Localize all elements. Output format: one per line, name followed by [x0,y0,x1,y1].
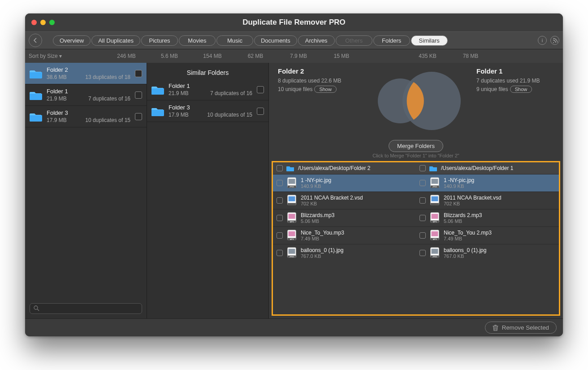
file-size: 767.0 KB [444,253,486,259]
footer: Remove Selected [25,318,563,336]
file-name: balloons_0 (1).jpg [301,247,343,253]
file-checkbox[interactable] [419,215,426,221]
file-size: 767.0 KB [301,253,343,259]
folder-name: Folder 3 [47,109,130,116]
minimize-window-icon[interactable] [40,20,46,25]
show-left-unique-button[interactable]: Show [314,86,337,93]
file-row[interactable]: 2011 NCAA Bracket 2.vsd702 KB2011 NCAA B… [273,192,559,209]
file-row[interactable]: MP3Nice_To_You.mp37.49 MBMP3Nice_To_You … [273,226,559,244]
tab-size-similars: 78 MB [449,53,492,59]
folder-duplicates: 7 duplicates of 16 [88,96,130,102]
select-all-right-checkbox[interactable] [419,165,426,171]
folder-checkbox[interactable] [257,86,264,93]
merge-folders-button[interactable]: Merge Folders [389,140,443,152]
file-name: Blizzards.mp3 [301,212,334,218]
venn-left-title: Folder 2 [278,67,355,75]
tab-pictures[interactable]: Pictures [141,35,178,46]
file-checkbox[interactable] [277,250,283,256]
file-row[interactable]: JPEG1 -NY-pic.jpg140.9 KBJPEG1 -NY-pic.j… [273,174,559,192]
tab-size-folders: 435 KB [406,53,449,59]
venn-left-dup-line: 8 duplicates used 22.6 MB [278,78,355,84]
svg-rect-19 [289,214,295,219]
file-row[interactable]: JPEGballoons_0 (1).jpg767.0 KBJPEGballoo… [273,244,559,261]
folder-duplicates: 7 duplicates of 16 [210,90,252,96]
venn-right-dup-line: 7 duplicates used 21.9 MB [476,78,554,84]
tab-overview[interactable]: Overview [53,35,91,46]
folder-item[interactable]: Folder 238.6 MB13 duplicates of 18 [25,63,147,84]
svg-text:MP3: MP3 [433,221,437,223]
file-checkbox[interactable] [277,232,283,239]
svg-point-0 [34,306,38,309]
folder-size: 21.9 MB [47,96,67,102]
tab-archives[interactable]: Archives [298,35,335,46]
file-checkbox[interactable] [277,180,283,186]
file-cell-left: JPEGballoons_0 (1).jpg767.0 KB [273,244,416,261]
folder-size: 21.9 MB [169,90,189,96]
file-checkbox[interactable] [419,250,426,256]
remove-selected-button[interactable]: Remove Selected [485,322,557,334]
file-size: 702 KB [301,201,363,206]
tab-size-all-duplicates: 246 MB [105,53,148,59]
sort-by-dropdown[interactable]: Sort by Size ▾ [29,53,78,59]
svg-text:JPEG: JPEG [290,186,294,188]
folder-icon [429,165,437,171]
file-checkbox[interactable] [419,232,426,239]
svg-rect-14 [288,203,296,206]
folder-item[interactable]: Folder 317.9 MB10 duplicates of 15 [25,106,147,127]
folder-checkbox[interactable] [257,108,264,115]
tab-music[interactable]: Music [216,35,253,46]
folder-checkbox[interactable] [135,91,142,99]
similar-folders-title: Similar Folders [147,63,268,79]
file-cell-right: JPEG1 -NY-pic.jpg140.9 KB [416,174,559,192]
svg-rect-16 [432,196,438,201]
file-checkbox[interactable] [419,197,426,204]
svg-text:MP3: MP3 [290,221,294,223]
tab-folders[interactable]: Folders [373,35,410,46]
folder-item[interactable]: Folder 317.9 MB10 duplicates of 15 [147,100,268,122]
app-title: Duplicate File Remover PRO [25,18,563,27]
svg-rect-39 [432,249,438,254]
files-comparison-highlighted: /Users/alexa/Desktop/Folder 2 /Users/ale… [272,161,560,316]
file-cell-right: MP3Blizzards 2.mp35.06 MB [416,209,559,226]
folder-icon [286,165,294,171]
select-all-left-checkbox[interactable] [277,165,283,171]
tab-documents[interactable]: Documents [254,35,297,46]
tab-movies[interactable]: Movies [179,35,216,46]
file-name: Blizzards 2.mp3 [444,212,482,218]
maximize-window-icon[interactable] [49,20,55,25]
file-size: 140.9 KB [444,183,474,189]
file-size: 140.9 KB [301,183,331,189]
folder-item[interactable]: Folder 121.9 MB7 duplicates of 16 [147,79,268,100]
show-right-unique-button[interactable]: Show [510,86,532,93]
tab-all-duplicates[interactable]: All Duplicates [91,35,140,46]
file-size: 7.49 MB [301,236,344,241]
file-cell-left: MP3Nice_To_You.mp37.49 MB [273,227,416,244]
path-right: /Users/alexa/Desktop/Folder 1 [441,165,513,171]
info-icon[interactable]: i [538,36,547,45]
folder-name: Folder 3 [169,104,252,111]
file-name: 1 -NY-pic.jpg [301,177,331,183]
file-checkbox[interactable] [277,215,283,221]
close-window-icon[interactable] [31,20,37,25]
search-input[interactable] [30,303,142,314]
rss-icon[interactable] [550,36,559,45]
folder-item[interactable]: Folder 121.9 MB7 duplicates of 16 [25,84,147,106]
file-size: 7.49 MB [444,236,492,241]
svg-rect-13 [289,196,295,201]
venn-right-unique: 9 unique files [476,86,508,92]
file-size: 702 KB [444,201,502,206]
svg-text:JPEG: JPEG [432,186,437,188]
tab-size-music: 62 MB [234,53,277,59]
svg-text:MP3: MP3 [433,238,437,240]
file-row[interactable]: MP3Blizzards.mp35.06 MBMP3Blizzards 2.mp… [273,209,559,226]
file-name: Nice_To_You.mp3 [301,230,344,236]
back-button[interactable] [29,34,42,47]
sidebar-left: Folder 238.6 MB13 duplicates of 18Folder… [25,63,147,318]
tab-similars[interactable]: Similars [411,35,448,46]
file-checkbox[interactable] [277,197,283,204]
svg-rect-31 [432,231,438,236]
file-checkbox[interactable] [419,180,426,186]
folder-checkbox[interactable] [135,113,142,120]
app-window: Duplicate File Remover PRO OverviewAll D… [25,13,563,336]
folder-checkbox[interactable] [135,70,142,77]
